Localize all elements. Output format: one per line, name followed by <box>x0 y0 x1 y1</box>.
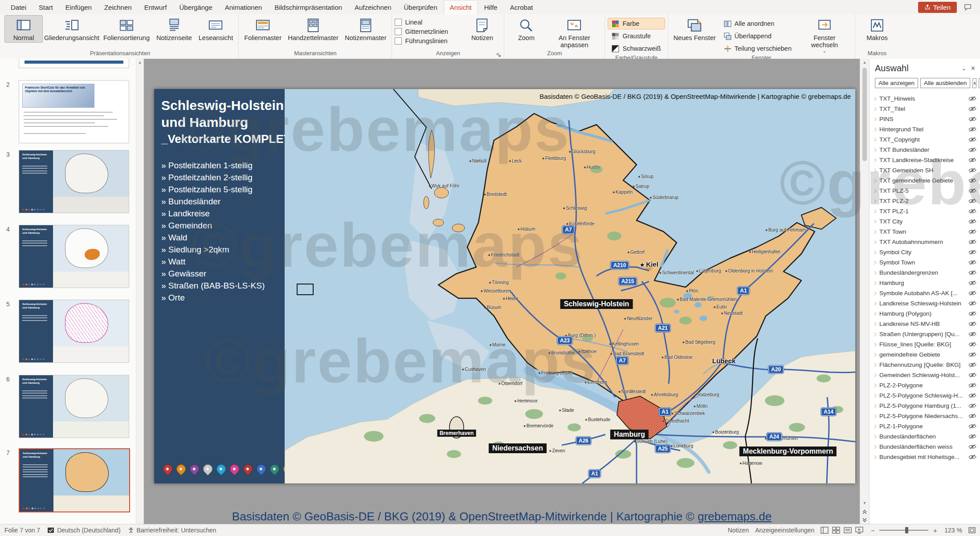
next-slide-icon[interactable] <box>862 517 867 523</box>
selection-pane-item[interactable]: Landkreise NS-MV-HB <box>870 319 980 329</box>
selection-pane-item[interactable]: Landkreise Schleswig-Holstein <box>870 298 980 309</box>
share-button[interactable]: Teilen <box>918 2 957 13</box>
eye-icon[interactable] <box>968 249 976 255</box>
selection-pane-item[interactable]: PLZ-1-Polygone <box>870 421 980 431</box>
selection-pane-item[interactable]: TXT_Copyright <box>870 134 980 145</box>
reading-view-button[interactable]: Leseansicht <box>196 15 236 43</box>
slide[interactable]: Schleswig-Holstein und Hamburg _Vektorka… <box>154 89 855 483</box>
menu-tab[interactable]: Animationen <box>219 0 268 15</box>
zoom-button[interactable]: Zoom <box>507 15 545 43</box>
close-icon[interactable]: ✕ <box>971 65 976 72</box>
notes-master-button[interactable]: Notizenmaster <box>342 15 389 43</box>
menu-tab[interactable]: Einfügen <box>59 0 98 15</box>
ruler-checkbox[interactable]: Lineal <box>395 19 461 26</box>
proofing-button[interactable]: Deutsch (Deutschland) <box>47 527 120 534</box>
eye-icon[interactable] <box>968 208 976 214</box>
selection-pane-item[interactable]: PLZ-2-Polygone <box>870 380 980 390</box>
selection-pane-item[interactable]: TXT PLZ-1 <box>870 206 980 216</box>
outline-view-button[interactable]: Gliederungsansicht <box>44 15 99 43</box>
cascade-button[interactable]: Überlappend <box>720 30 796 42</box>
selection-pane-item[interactable]: PINS <box>870 114 980 124</box>
eye-icon[interactable] <box>968 270 976 276</box>
menu-tab[interactable]: Aufzeichnen <box>348 0 398 15</box>
eye-icon[interactable] <box>968 311 976 317</box>
eye-icon[interactable] <box>968 137 976 142</box>
slide-3-thumbnail[interactable]: Schleswig-Holstein und Hamburg <box>19 150 129 213</box>
eye-icon[interactable] <box>968 260 976 265</box>
eye-icon[interactable] <box>968 352 976 357</box>
slideshow-view-icon[interactable] <box>855 527 863 534</box>
chevron-down-icon[interactable]: ⌄ <box>961 65 966 72</box>
selection-pane-item[interactable]: Symbol Town <box>870 257 980 268</box>
eye-icon[interactable] <box>968 126 976 132</box>
switch-window-button[interactable]: Fenster wechseln ⌄ <box>797 15 852 54</box>
selection-pane-item[interactable]: TXT PLZ-5 <box>870 186 980 196</box>
eye-icon[interactable] <box>968 423 976 429</box>
eye-icon[interactable] <box>968 147 976 153</box>
slide-7-thumbnail-selected[interactable]: Schleswig-Holstein und Hamburg <box>19 448 130 512</box>
dialog-launcher-button[interactable] <box>496 52 502 58</box>
menu-tab[interactable]: Ansicht <box>444 0 478 15</box>
scroll-up-icon[interactable]: ▲ <box>136 59 143 66</box>
menu-tab[interactable]: Bildschirmpräsentation <box>268 0 348 15</box>
eye-icon[interactable] <box>968 434 976 439</box>
selection-pane-item[interactable]: TXT Autobahnnummern <box>870 237 980 247</box>
caption-link[interactable]: grebemaps.de <box>698 510 772 523</box>
slide-title[interactable]: Schleswig-Holstein und Hamburg _Vektorka… <box>161 97 298 147</box>
eye-icon[interactable] <box>968 403 976 409</box>
selection-pane-item[interactable]: Bundesländergrenzen <box>870 268 980 278</box>
selection-pane-item[interactable]: PLZ-5-Polygone Hamburg (1... <box>870 401 980 411</box>
eye-icon[interactable] <box>968 413 976 419</box>
scroll-down-icon[interactable]: ▼ <box>861 499 868 507</box>
thumbnail-scrollbar[interactable]: ▲ <box>136 59 143 524</box>
selection-pane-item[interactable]: PLZ-5-Polygone Schleswig-H... <box>870 390 980 401</box>
fit-slide-to-window-icon[interactable] <box>968 527 976 533</box>
bullet-list[interactable]: » Postleitzahlen 1-stellig» Postleitzahl… <box>161 159 265 304</box>
slide-2-thumbnail[interactable]: Praktische ShortCuts für das Verwalten v… <box>19 80 129 143</box>
eye-icon[interactable] <box>968 300 976 306</box>
pin-legend[interactable] <box>163 464 293 474</box>
menu-tab[interactable]: Hilfe <box>478 0 504 15</box>
gridlines-checkbox[interactable]: Gitternetzlinien <box>395 28 461 35</box>
selection-pane-item[interactable]: TXT PLZ-2 <box>870 196 980 206</box>
slide-sorter-view-icon[interactable] <box>832 527 840 534</box>
eye-icon[interactable] <box>968 116 976 122</box>
normal-view-button[interactable]: Normal <box>4 15 43 43</box>
selection-pane-item[interactable]: gemeindefreie Gebiete <box>870 349 980 360</box>
eye-icon[interactable] <box>968 178 976 183</box>
selection-pane-item[interactable]: Gemeinden Schleswig-Holst... <box>870 370 980 380</box>
comments-button[interactable] <box>962 2 973 12</box>
menu-tab[interactable]: Zeichnen <box>98 0 138 15</box>
eye-icon[interactable] <box>968 219 976 224</box>
eye-icon[interactable] <box>968 198 976 204</box>
selection-pane-item[interactable]: TXT Gemeinden SH <box>870 165 980 175</box>
fit-to-window-button[interactable]: An Fenster anpassen <box>547 15 602 50</box>
black-white-button[interactable]: Schwarzweiß <box>608 43 665 54</box>
slide-sorter-button[interactable]: Foliensortierung <box>101 15 152 43</box>
slide-4-thumbnail[interactable]: Schleswig-Holstein und Hamburg <box>19 225 129 288</box>
macros-button[interactable]: Makros <box>858 15 896 43</box>
reorder-up-button[interactable]: ∧ <box>972 78 976 88</box>
reading-view-icon[interactable] <box>844 527 852 534</box>
move-split-button[interactable]: Teilung verschieben <box>720 43 796 54</box>
zoom-out-button[interactable]: − <box>870 527 876 534</box>
canvas-scrollbar[interactable]: ▲ ▼ <box>860 59 869 524</box>
slide-6-thumbnail[interactable]: Schleswig-Holstein und Hamburg <box>19 375 129 438</box>
menu-tab[interactable]: Übergänge <box>173 0 219 15</box>
selection-pane-item[interactable]: TXT Landkreise-Stadtkreise <box>870 155 980 165</box>
selection-pane-item[interactable]: Symbole Autobahn AS-AK [... <box>870 288 980 298</box>
map-image[interactable]: Basisdaten © GeoBasis-DE / BKG (2019) & … <box>285 89 855 483</box>
selection-pane-item[interactable]: Hintergrund Titel <box>870 124 980 134</box>
normal-view-icon[interactable] <box>821 527 829 534</box>
selection-pane-item[interactable]: TXT gemeindefreie Gebiete <box>870 175 980 186</box>
selection-pane-item[interactable]: TXT City <box>870 216 980 227</box>
eye-icon[interactable] <box>968 239 976 245</box>
zoom-slider-thumb[interactable] <box>905 527 908 533</box>
eye-icon[interactable] <box>968 280 976 286</box>
menu-tab[interactable]: Start <box>33 0 59 15</box>
menu-tab[interactable]: Datei <box>4 0 33 15</box>
eye-icon[interactable] <box>968 290 976 296</box>
selection-pane-item[interactable]: Flüsse_lines [Quelle: BKG] <box>870 339 980 349</box>
menu-tab[interactable]: Entwurf <box>138 0 173 15</box>
selection-pane-item[interactable]: PLZ-5-Polygone Niedersachs... <box>870 411 980 421</box>
